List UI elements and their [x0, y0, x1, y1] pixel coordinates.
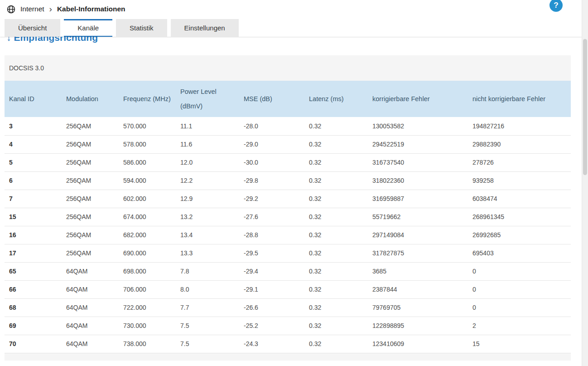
cell: 122898895	[368, 317, 468, 335]
cell: 64QAM	[62, 317, 119, 335]
cell: 64QAM	[62, 335, 119, 353]
breadcrumb-item-current: Kabel-Informationen	[57, 5, 125, 13]
cell: 55719662	[368, 208, 468, 226]
table-row: 6664QAM706.0008.0-29.10.3223878440	[5, 280, 571, 298]
cell: 297149084	[368, 226, 468, 244]
cell: 64QAM	[62, 298, 119, 317]
cell: 256QAM	[62, 208, 119, 226]
cell: -29.2	[239, 190, 304, 208]
breadcrumb-separator-icon: ›	[49, 5, 52, 14]
cell-kanal-id: 15	[5, 208, 62, 226]
column-header: Frequenz (MHz)	[119, 81, 176, 117]
cell: 0.32	[304, 298, 368, 317]
cell: 13.3	[176, 244, 239, 262]
cell: 317827875	[368, 244, 468, 262]
cell-kanal-id: 4	[5, 135, 62, 153]
table-row: 7064QAM738.0007.5-24.30.3212341060915	[5, 335, 571, 353]
cell: 0.32	[304, 171, 368, 190]
cell-kanal-id: 6	[5, 171, 62, 190]
cell: 682.000	[119, 226, 176, 244]
cell: 722.000	[119, 298, 176, 317]
cell: 0	[468, 280, 571, 298]
scrollbar-thumb[interactable]	[583, 39, 587, 175]
cell: 738.000	[119, 335, 176, 353]
cell: 256QAM	[62, 135, 119, 153]
help-button[interactable]: ?	[549, 0, 563, 12]
cell-kanal-id: 68	[5, 298, 62, 317]
cell: 13.4	[176, 226, 239, 244]
cell: 29882390	[468, 135, 571, 153]
tab-einstellungen[interactable]: Einstellungen	[171, 19, 239, 37]
table-row: 4256QAM578.00011.6-29.00.322945225192988…	[5, 135, 571, 153]
cell: -29.8	[239, 171, 304, 190]
cell: -29.1	[239, 280, 304, 298]
table-row: 3256QAM570.00011.1-28.00.321300535821948…	[5, 117, 571, 135]
table-row: 15256QAM674.00013.2-27.60.32557196622689…	[5, 208, 571, 226]
cell: 64QAM	[62, 280, 119, 298]
cell: 0.32	[304, 190, 368, 208]
cell: 12.2	[176, 171, 239, 190]
cell: 6038474	[468, 190, 571, 208]
cell: 7.7	[176, 298, 239, 317]
table-row: 6864QAM722.0007.7-26.60.32797697050	[5, 298, 571, 317]
cell: 0.32	[304, 280, 368, 298]
cell: 3685	[368, 262, 468, 280]
next-group-band	[5, 353, 571, 361]
cell: 15	[468, 335, 571, 353]
vertical-scrollbar[interactable]	[582, 0, 588, 366]
sticky-header: Internet › Kabel-Informationen ? Übersic…	[0, 0, 582, 37]
cell-kanal-id: 3	[5, 117, 62, 135]
cell: 2387844	[368, 280, 468, 298]
cell: 7.8	[176, 262, 239, 280]
cell: 0.32	[304, 117, 368, 135]
cell: 7.5	[176, 335, 239, 353]
cell-kanal-id: 69	[5, 317, 62, 335]
column-header: Modulation	[62, 81, 119, 117]
cell: 256QAM	[62, 190, 119, 208]
cell: 12.0	[176, 153, 239, 171]
cell: 11.6	[176, 135, 239, 153]
channel-table-body: 3256QAM570.00011.1-28.00.321300535821948…	[5, 117, 571, 353]
tab-uebersicht[interactable]: Übersicht	[5, 19, 60, 37]
cell: -29.4	[239, 262, 304, 280]
channel-table: Kanal IDModulationFrequenz (MHz)Power Le…	[5, 81, 571, 353]
cell: 79769705	[368, 298, 468, 317]
column-header: Power Level(dBmV)	[176, 81, 239, 117]
cell: -28.0	[239, 117, 304, 135]
cell-kanal-id: 5	[5, 153, 62, 171]
column-header: Kanal ID	[5, 81, 62, 117]
cell: 730.000	[119, 317, 176, 335]
cell: 316959887	[368, 190, 468, 208]
cell: 316737540	[368, 153, 468, 171]
cell: 256QAM	[62, 153, 119, 171]
tab-kanaele[interactable]: Kanäle	[64, 19, 112, 37]
cell: 64QAM	[62, 262, 119, 280]
cell: 294522519	[368, 135, 468, 153]
cell: 12.9	[176, 190, 239, 208]
cell: 256QAM	[62, 226, 119, 244]
page: ↓Empfangsrichtung DOCSIS 3.0 Kanal IDMod…	[0, 0, 588, 366]
breadcrumb-item-internet[interactable]: Internet	[20, 5, 44, 13]
column-header: nicht korrigierbare Fehler	[468, 81, 571, 117]
cell: 0.32	[304, 317, 368, 335]
column-header: MSE (dB)	[239, 81, 304, 117]
cell-kanal-id: 16	[5, 226, 62, 244]
cell: 602.000	[119, 190, 176, 208]
cell: -29.5	[239, 244, 304, 262]
table-row: 5256QAM586.00012.0-30.00.323167375402787…	[5, 153, 571, 171]
cell: 194827216	[468, 117, 571, 135]
breadcrumb: Internet › Kabel-Informationen	[0, 0, 125, 18]
cell: 0	[468, 298, 571, 317]
cell-kanal-id: 65	[5, 262, 62, 280]
cell: 8.0	[176, 280, 239, 298]
cell: 123410609	[368, 335, 468, 353]
table-row: 7256QAM602.00012.9-29.20.323169598876038…	[5, 190, 571, 208]
column-header-row: Kanal IDModulationFrequenz (MHz)Power Le…	[5, 81, 571, 117]
cell: 0.32	[304, 226, 368, 244]
tab-bar: Übersicht Kanäle Statistik Einstellungen	[5, 19, 242, 37]
table-row: 6564QAM698.0007.8-29.40.3236850	[5, 262, 571, 280]
cell: -27.6	[239, 208, 304, 226]
cell: 268961345	[468, 208, 571, 226]
tab-statistik[interactable]: Statistik	[116, 19, 167, 37]
cell-kanal-id: 70	[5, 335, 62, 353]
